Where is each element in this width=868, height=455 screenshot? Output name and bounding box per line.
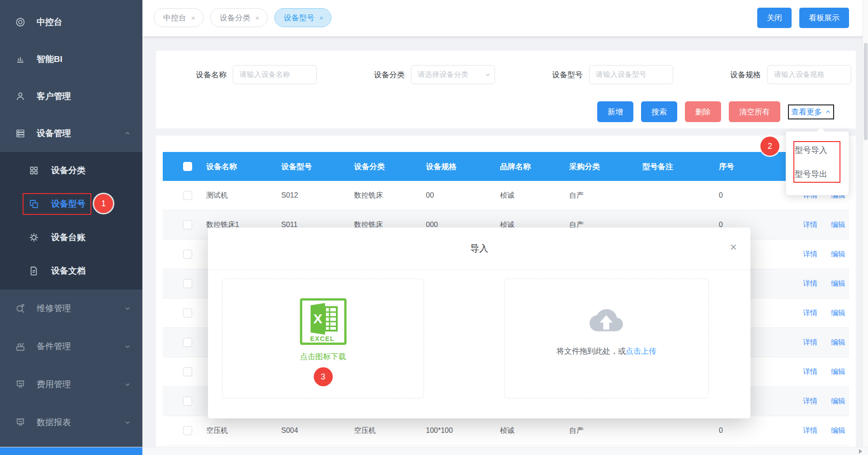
edit-link[interactable]: 编辑 [831, 367, 845, 377]
sidebar-item-reports[interactable]: 数据报表 [0, 403, 142, 441]
edit-link[interactable]: 编辑 [831, 397, 845, 406]
filter-device-spec: 设备规格 [730, 65, 851, 84]
row-checkbox[interactable] [183, 250, 192, 259]
filter-panel: 设备名称 设备分类 设备型号 设备规格 新增 搜索 删除 清空所有 查看更多 [156, 51, 856, 128]
tab-device-category[interactable]: 设备分类 × [210, 8, 268, 27]
grid-icon [28, 165, 39, 176]
detail-link[interactable]: 详情 [803, 367, 817, 377]
tab-device-model[interactable]: 设备型号 × [274, 8, 332, 27]
sidebar-item-device-docs[interactable]: 设备文档 [0, 254, 142, 288]
device-spec-input[interactable] [767, 65, 851, 84]
table-row: 测试机 S012 数控铣床 00 桢诚 自产 0 详情编辑 [163, 181, 849, 210]
menu-item-model-export[interactable]: 型号导出 [786, 162, 849, 186]
detail-link[interactable]: 详情 [803, 426, 817, 436]
cell-category: 空压机 [347, 426, 419, 436]
import-modal: 导入 × X EXCEL 点击图标下载 3 将文件拖到此处，或点击上传 [208, 228, 750, 418]
sidebar-item-device-ledger[interactable]: 设备台账 [0, 221, 142, 254]
close-icon[interactable]: × [730, 241, 737, 253]
row-checkbox[interactable] [183, 338, 192, 347]
click-upload-link[interactable]: 点击上传 [626, 347, 656, 355]
copy-icon [28, 199, 39, 209]
sidebar-item-repair[interactable]: 维修管理 [0, 289, 142, 327]
tab-close-icon[interactable]: × [320, 14, 324, 21]
device-model-input[interactable] [589, 65, 673, 84]
row-checkbox[interactable] [183, 279, 192, 288]
sidebar-item-spares[interactable]: 备件管理 [0, 327, 142, 365]
sidebar-item-console[interactable]: 中控台 [0, 4, 142, 41]
server-stack-icon [15, 128, 26, 139]
topbar-buttons: 关闭 看板展示 [757, 8, 849, 28]
view-more-link[interactable]: 查看更多 [788, 104, 834, 119]
excel-icon[interactable]: X EXCEL [300, 298, 347, 345]
search-button[interactable]: 搜索 [641, 101, 677, 122]
cell-brand: 桢诚 [493, 426, 562, 436]
sidebar-item-customers[interactable]: 客户管理 [0, 78, 142, 115]
detail-link[interactable]: 详情 [803, 250, 817, 259]
detail-link[interactable]: 详情 [803, 220, 817, 230]
row-checkbox[interactable] [183, 220, 192, 229]
upload-hint: 将文件拖到此处，或点击上传 [557, 346, 656, 356]
vertical-scrollbar-thumb[interactable] [864, 43, 868, 140]
annotation-step-2: 2 [760, 137, 779, 156]
tab-close-icon[interactable]: × [255, 14, 259, 21]
annotation-step-3: 3 [314, 367, 333, 386]
tab-label: 设备分类 [220, 13, 250, 23]
sidebar-item-device-category[interactable]: 设备分类 [0, 154, 142, 187]
view-more-label: 查看更多 [791, 107, 822, 117]
upload-dropzone[interactable]: 将文件拖到此处，或点击上传 [504, 279, 709, 398]
cell-model: S004 [274, 427, 347, 435]
horizontal-scrollbar-thumb[interactable] [0, 447, 142, 455]
cell-purchase: 自产 [562, 191, 635, 200]
excel-label: EXCEL [310, 335, 335, 342]
menu-item-model-import[interactable]: 型号导入 [786, 138, 849, 162]
board-display-button[interactable]: 看板展示 [799, 8, 849, 28]
chevron-up-icon [124, 130, 131, 137]
edit-link[interactable]: 编辑 [831, 338, 845, 347]
sidebar-item-label: 设备管理 [37, 128, 71, 139]
sidebar-item-label: 设备分类 [51, 165, 85, 176]
sidebar-item-device-model[interactable]: 设备型号 [0, 187, 142, 221]
detail-link[interactable]: 详情 [803, 308, 817, 318]
tab-console[interactable]: 中控台 × [154, 8, 203, 27]
edit-link[interactable]: 编辑 [831, 426, 845, 436]
detail-link[interactable]: 详情 [803, 397, 817, 406]
tab-close-icon[interactable]: × [191, 14, 195, 21]
vertical-scrollbar[interactable] [863, 0, 868, 447]
view-more-dropdown: 型号导入 型号导出 [786, 131, 849, 195]
device-name-input[interactable] [233, 65, 317, 84]
scroll-right-arrow-icon[interactable] [859, 449, 862, 454]
edit-link[interactable]: 编辑 [831, 220, 845, 230]
row-checkbox[interactable] [183, 426, 192, 435]
sidebar-item-bi[interactable]: 智能BI [0, 41, 142, 78]
sidebar-item-label: 备件管理 [37, 341, 71, 352]
sidebar-item-label: 数据报表 [37, 417, 71, 428]
row-checkbox[interactable] [183, 367, 192, 376]
tab-label: 中控台 [163, 13, 186, 23]
sidebar: 中控台 智能BI 客户管理 设备管理 设备分类 [0, 0, 142, 447]
row-checkbox[interactable] [183, 308, 192, 318]
select-all-checkbox[interactable] [183, 162, 192, 171]
template-download-panel[interactable]: X EXCEL 点击图标下载 3 [222, 279, 424, 398]
download-hint[interactable]: 点击图标下载 [300, 351, 346, 362]
row-checkbox[interactable] [183, 397, 192, 406]
sidebar-submenu-devices: 设备分类 设备型号 设备台账 设备文档 [0, 152, 142, 289]
tab-bar: 中控台 × 设备分类 × 设备型号 × [154, 8, 331, 27]
detail-link[interactable]: 详情 [803, 338, 817, 347]
close-button[interactable]: 关闭 [757, 8, 792, 28]
cell-brand: 桢诚 [493, 191, 562, 200]
excel-letter: X [313, 311, 322, 326]
sidebar-item-label: 设备型号 [51, 198, 85, 210]
filter-device-name: 设备名称 [196, 65, 317, 84]
horizontal-scrollbar[interactable] [0, 447, 868, 455]
edit-link[interactable]: 编辑 [831, 250, 845, 259]
edit-link[interactable]: 编辑 [831, 308, 845, 318]
detail-link[interactable]: 详情 [803, 279, 817, 289]
device-category-select[interactable] [411, 65, 495, 84]
delete-button[interactable]: 删除 [685, 101, 721, 122]
edit-link[interactable]: 编辑 [831, 279, 845, 289]
clear-all-button[interactable]: 清空所有 [729, 101, 780, 122]
add-button[interactable]: 新增 [597, 101, 633, 122]
sidebar-item-expenses[interactable]: 费用管理 [0, 365, 142, 403]
row-checkbox[interactable] [183, 191, 192, 200]
sidebar-item-devices[interactable]: 设备管理 [0, 115, 142, 152]
